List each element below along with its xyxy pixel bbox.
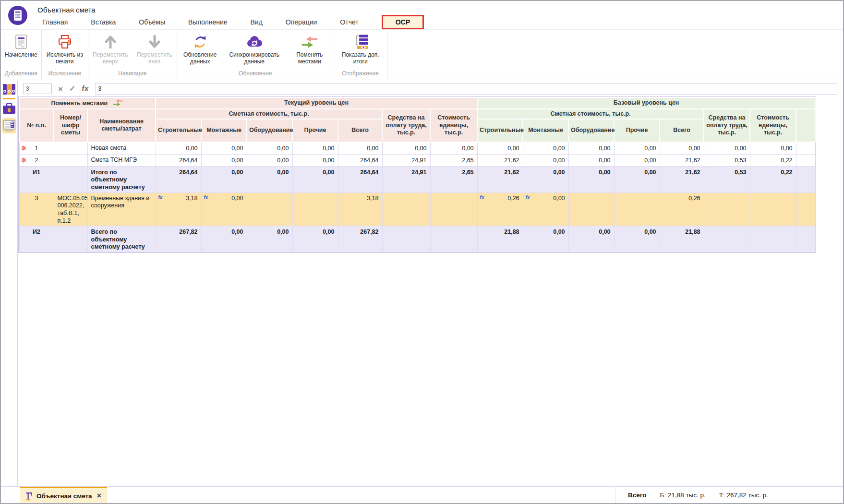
tab-vstavka[interactable]: Вставка	[91, 18, 116, 26]
row-name-cell[interactable]: Смета ТСН МГЭ	[87, 154, 156, 166]
cell-value[interactable]: 21,62	[477, 154, 523, 166]
cell-value[interactable]: 0,00	[201, 166, 247, 192]
row-num-cell[interactable]: 1	[19, 142, 54, 154]
sidebar-item-binders[interactable]	[2, 82, 16, 97]
cell-value[interactable]	[382, 226, 430, 252]
cell-value[interactable]: 0,00	[201, 154, 247, 166]
cell-value[interactable]: 0,00	[247, 154, 292, 166]
cell-value[interactable]: 21,62	[660, 166, 704, 192]
cell-value[interactable]: 0,00	[338, 142, 382, 154]
cell-value[interactable]: 267,82	[338, 226, 382, 252]
cell-value[interactable]: 0,00	[568, 226, 614, 252]
tab-operacii[interactable]: Операции	[286, 18, 317, 26]
cell-value[interactable]: 0,00	[523, 142, 568, 154]
cell-value[interactable]: 0,00	[704, 142, 750, 154]
cell-value[interactable]: 264,64	[156, 166, 201, 192]
cell-value[interactable]	[430, 192, 477, 226]
row-code-cell[interactable]	[54, 142, 87, 154]
row-name-cell[interactable]: Новая смета	[87, 142, 156, 154]
swap-places-button[interactable]: Поменять местами	[286, 30, 334, 65]
cell-value-formula[interactable]: fx0,00	[523, 192, 568, 226]
document-tab[interactable]: Объектная смета ×	[20, 487, 107, 504]
tab-obyomy[interactable]: Объёмы	[139, 18, 165, 26]
cell-value[interactable]: 0,00	[247, 166, 292, 192]
confirm-formula-icon[interactable]: ✓	[69, 85, 75, 93]
row-num-cell[interactable]: 2	[19, 154, 54, 166]
accrual-button[interactable]: Начисление	[1, 30, 41, 58]
row-num-cell[interactable]: И1	[19, 166, 54, 192]
cell-value[interactable]: 0,53	[704, 154, 750, 166]
formula-input[interactable]	[95, 83, 837, 95]
cell-value[interactable]: 0,22	[750, 166, 796, 192]
cell-value[interactable]: 0,00	[614, 166, 660, 192]
cell-value-formula[interactable]: fx3,18	[156, 192, 201, 226]
cell-reference-input[interactable]	[23, 84, 52, 94]
cell-value[interactable]: 0,00	[201, 142, 247, 154]
cell-value[interactable]: 0,00	[523, 166, 568, 192]
sidebar-item-estimate-sheet[interactable]	[2, 118, 16, 133]
cell-value[interactable]: 21,62	[660, 154, 704, 166]
cell-value[interactable]	[750, 226, 796, 252]
cell-value[interactable]: 2,65	[430, 154, 477, 166]
row-name-cell[interactable]: Всего по объектному сметному расчету	[87, 226, 156, 252]
exclude-from-print-button[interactable]: Исключить из печати	[42, 30, 88, 65]
cell-value[interactable]	[614, 192, 660, 226]
cell-value[interactable]: 0,00	[292, 154, 338, 166]
refresh-data-button[interactable]: Обновление данных	[177, 30, 223, 65]
row-name-cell[interactable]: Временные здания и сооружения	[87, 192, 156, 226]
cell-value[interactable]: 0,00	[156, 142, 201, 154]
cell-value-formula[interactable]: fx0,26	[477, 192, 523, 226]
cell-stub[interactable]	[796, 142, 815, 154]
cell-value[interactable]: 0,00	[292, 166, 338, 192]
swap-columns-header[interactable]: Поменять местами	[19, 97, 156, 109]
close-icon[interactable]: ×	[97, 492, 101, 500]
sidebar-item-toolbox[interactable]	[2, 101, 16, 117]
cell-value[interactable]: 0,00	[523, 226, 568, 252]
cell-value[interactable]: 24,91	[382, 166, 430, 192]
cell-value[interactable]: 24,91	[382, 154, 430, 166]
cell-stub[interactable]	[796, 166, 815, 192]
cell-value[interactable]: 0,00	[614, 226, 660, 252]
cell-value[interactable]	[430, 226, 477, 252]
row-code-cell[interactable]	[54, 166, 87, 192]
cell-value[interactable]: 264,64	[338, 154, 382, 166]
cell-value[interactable]: 2,65	[430, 166, 477, 192]
tab-vid[interactable]: Вид	[251, 18, 263, 26]
cell-value[interactable]: 0,00	[430, 142, 477, 154]
show-extra-totals-button[interactable]: Показать доп. итоги	[334, 30, 387, 65]
cell-value[interactable]	[750, 192, 796, 226]
cell-value[interactable]: 21,62	[477, 166, 523, 192]
cell-value[interactable]	[704, 192, 750, 226]
sync-data-button[interactable]: Синхронизировать данные	[223, 30, 286, 65]
tab-glavnaya[interactable]: Главная	[42, 18, 68, 26]
cell-value[interactable]: 0,26	[660, 192, 704, 226]
cell-stub[interactable]	[796, 192, 815, 226]
cell-value[interactable]: 0,00	[382, 142, 430, 154]
cell-value[interactable]: 0,00	[477, 142, 523, 154]
cell-value[interactable]: 0,00	[523, 154, 568, 166]
cell-value[interactable]: 0,00	[614, 154, 660, 166]
row-code-cell[interactable]: МОС.05.05-006.2022, таб.В.1, п.1.2	[54, 192, 87, 226]
cell-value[interactable]: 0,00	[750, 142, 796, 154]
cell-value[interactable]: 0,00	[247, 226, 292, 252]
cell-value-formula[interactable]: fx0,00	[201, 192, 247, 226]
cell-value[interactable]	[247, 192, 292, 226]
cell-value[interactable]	[704, 226, 750, 252]
cancel-formula-icon[interactable]: ×	[58, 85, 63, 93]
cell-stub[interactable]	[796, 154, 815, 166]
cell-value[interactable]: 267,82	[156, 226, 201, 252]
cell-value[interactable]: 0,00	[660, 142, 704, 154]
cell-value[interactable]: 0,00	[292, 226, 338, 252]
cell-value[interactable]: 0,00	[614, 142, 660, 154]
row-num-cell[interactable]: 3	[19, 192, 54, 226]
cell-value[interactable]: 0,53	[704, 166, 750, 192]
cell-value[interactable]: 0,00	[568, 166, 614, 192]
cell-value[interactable]: 264,64	[156, 154, 201, 166]
cell-value[interactable]	[292, 192, 338, 226]
cell-value[interactable]: 3,18	[338, 192, 382, 226]
cell-value[interactable]: 21,88	[660, 226, 704, 252]
cell-value[interactable]: 0,00	[247, 142, 292, 154]
cell-value[interactable]	[382, 192, 430, 226]
row-num-cell[interactable]: И2	[19, 226, 54, 252]
row-code-cell[interactable]	[54, 226, 87, 252]
